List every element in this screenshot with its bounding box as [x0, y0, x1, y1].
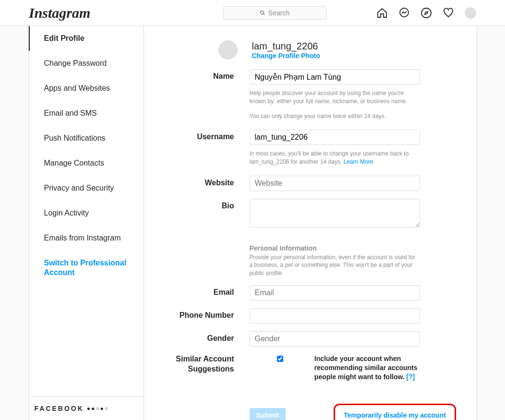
hint-name-1: Help people discover your account by usi…	[250, 89, 420, 106]
settings-sidebar: Edit Profile Change Password Apps and We…	[29, 26, 144, 420]
profile-username: lam_tung_2206	[252, 41, 320, 52]
label-empty	[173, 389, 250, 420]
search-wrap: Search	[182, 6, 367, 20]
sidebar-item-emails-instagram[interactable]: Emails from Instagram	[29, 226, 144, 251]
row-name: Name Help people discover your account b…	[173, 69, 457, 120]
row-submit: Submit Temporarily disable my account	[173, 389, 457, 420]
sidebar-item-change-password[interactable]: Change Password	[29, 51, 144, 76]
row-bio: Bio Personal Information Provide your pe…	[173, 199, 457, 277]
submit-button[interactable]: Submit	[250, 408, 286, 420]
svg-point-0	[260, 11, 264, 14]
input-website[interactable]	[250, 176, 420, 191]
label-username: Username	[173, 130, 250, 166]
explore-icon[interactable]	[421, 7, 432, 19]
nav-icons	[376, 7, 476, 19]
sidebar-item-apps-websites[interactable]: Apps and Websites	[29, 76, 144, 101]
input-name[interactable]	[250, 69, 420, 84]
row-username: Username In most cases, you'll be able t…	[173, 130, 457, 166]
profile-avatar[interactable]	[218, 40, 238, 60]
facebook-brand: FACEBOOK ●●○●○	[35, 405, 138, 412]
row-website: Website	[173, 176, 457, 191]
label-phone: Phone Number	[173, 308, 250, 324]
sidebar-spacer	[29, 285, 144, 396]
hint-username-text: In most cases, you'll be able to change …	[250, 150, 409, 165]
avatar-icon[interactable]	[465, 7, 476, 19]
sidebar-item-email-sms[interactable]: Email and SMS	[29, 101, 144, 126]
change-photo-link[interactable]: Change Profile Photo	[252, 52, 320, 60]
hint-name-2: You can only change your name twice with…	[250, 112, 420, 120]
sidebar-item-login-activity[interactable]: Login Activity	[29, 201, 144, 226]
checkbox-similar[interactable]	[250, 356, 311, 362]
sidebar-item-push-notifications[interactable]: Push Notifications	[29, 126, 144, 151]
edit-profile-form: lam_tung_2206 Change Profile Photo Name …	[144, 26, 477, 420]
heart-icon[interactable]	[443, 7, 454, 19]
hint-username: In most cases, you'll be able to change …	[250, 150, 420, 166]
highlight-annotation: Temporarily disable my account	[334, 404, 456, 420]
sidebar-item-privacy-security[interactable]: Privacy and Security	[29, 176, 144, 201]
label-website: Website	[173, 176, 250, 191]
row-phone: Phone Number	[173, 308, 457, 324]
label-similar: Similar Account Suggestions	[173, 354, 250, 382]
similar-help-link[interactable]: [?]	[406, 373, 415, 381]
checkbox-similar-text: Include your account when recommending s…	[314, 355, 418, 381]
label-gender: Gender	[173, 331, 250, 347]
learn-more-link[interactable]: Learn More	[344, 158, 373, 165]
top-bar: Instagram Search	[0, 0, 505, 26]
search-placeholder: Search	[268, 9, 289, 17]
facebook-label: FACEBOOK	[35, 405, 84, 412]
profile-header: lam_tung_2206 Change Profile Photo	[218, 40, 457, 60]
sidebar-item-manage-contacts[interactable]: Manage Contacts	[29, 151, 144, 176]
accounts-center-link[interactable]: Accounts Center	[35, 418, 138, 420]
disable-account-link[interactable]: Temporarily disable my account	[344, 411, 446, 419]
input-username[interactable]	[250, 130, 420, 145]
home-icon[interactable]	[376, 7, 388, 19]
row-similar: Similar Account Suggestions Include your…	[173, 354, 457, 382]
row-email: Email	[173, 285, 457, 300]
personal-info-section: Personal Information Provide your person…	[250, 244, 420, 277]
sidebar-item-switch-professional[interactable]: Switch to Professional Account	[29, 251, 144, 285]
svg-line-1	[263, 13, 265, 15]
label-name: Name	[173, 69, 250, 120]
label-bio: Bio	[173, 199, 250, 277]
label-email: Email	[173, 285, 250, 300]
personal-info-desc: Provide your personal information, even …	[250, 253, 420, 277]
input-email[interactable]	[250, 285, 420, 300]
search-input[interactable]: Search	[223, 6, 326, 20]
row-gender: Gender	[173, 331, 457, 347]
brand-logo[interactable]: Instagram	[29, 5, 173, 21]
input-bio[interactable]	[250, 199, 420, 228]
settings-page: Edit Profile Change Password Apps and We…	[28, 26, 477, 420]
sidebar-bottom: FACEBOOK ●●○●○ Accounts Center	[29, 396, 144, 420]
search-icon	[260, 10, 265, 16]
svg-point-3	[421, 8, 431, 18]
sidebar-item-edit-profile[interactable]: Edit Profile	[29, 26, 144, 51]
messenger-icon[interactable]	[398, 7, 410, 19]
personal-info-title: Personal Information	[250, 244, 420, 253]
facebook-app-icons: ●●○●○	[87, 405, 109, 412]
checkbox-similar-label: Include your account when recommending s…	[314, 354, 420, 382]
input-gender[interactable]	[250, 331, 420, 347]
input-phone[interactable]	[250, 308, 420, 324]
